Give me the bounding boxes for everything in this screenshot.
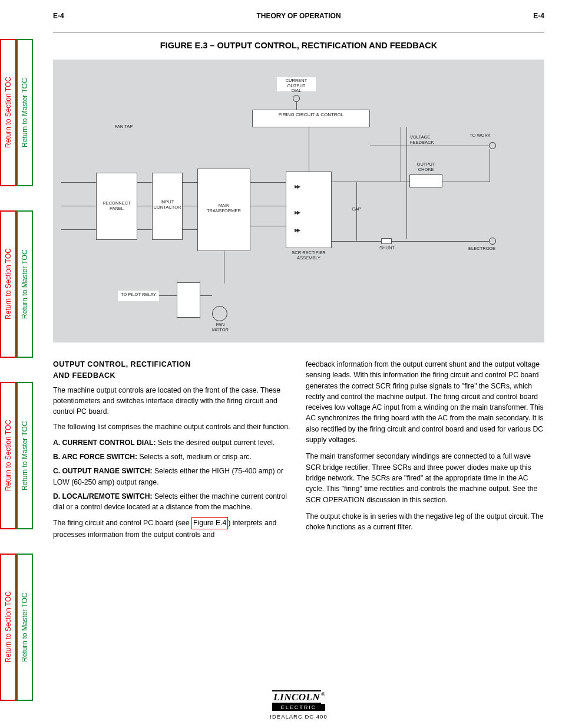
right-p2: The main transformer secondary windings …: [306, 451, 544, 505]
right-column: feedback information from the output cur…: [306, 359, 544, 542]
side-tab-rail: Return to Section TOC Return to Section …: [0, 35, 33, 704]
b2-label: B. ARC FORCE SWITCH:: [53, 453, 137, 461]
page-title: THEORY OF OPERATION: [256, 12, 340, 20]
b2-text: Selects a soft, medium or crisp arc.: [137, 453, 252, 461]
return-section-toc-4[interactable]: Return to Section TOC: [0, 554, 16, 701]
choke-label: OUTPUT CHOKE: [409, 162, 442, 172]
return-master-toc-1[interactable]: Return to Master TOC: [16, 39, 33, 186]
return-master-toc-2[interactable]: Return to Master TOC: [16, 210, 33, 358]
return-master-toc-3[interactable]: Return to Master TOC: [16, 382, 33, 529]
page-num-right: E-4: [533, 12, 544, 20]
logo-bot: ELECTRIC: [272, 704, 325, 711]
right-p3: The output choke is in series with the n…: [306, 511, 544, 533]
electrode-label: ELECTRODE: [464, 246, 500, 252]
b1-text: Sets the desired output current level.: [156, 439, 275, 447]
circuit-diagram: FIRING CIRCUIT & CONTROL CURRENT OUTPUT …: [53, 60, 544, 342]
body-columns: OUTPUT CONTROL, RECTIFICATION AND FEEDBA…: [53, 359, 544, 542]
output-dial-label: CURRENT OUTPUT DIAL: [277, 78, 316, 94]
b4-label: D. LOCAL/REMOTE SWITCH:: [53, 492, 153, 500]
lincoln-logo: LINCOLN® ELECTRIC: [272, 691, 325, 711]
output-choke: [409, 174, 442, 187]
page-body: E-4 THEORY OF OPERATION E-4 FIGURE E.3 –…: [41, 0, 556, 728]
return-master-toc-4[interactable]: Return to Master TOC: [16, 554, 33, 701]
page-num-left: E-4: [53, 12, 64, 20]
fan-tap-label: FAN TAP: [112, 124, 135, 130]
p3-pre: The firing circuit and control PC board …: [53, 519, 191, 527]
fan-label: FAN MOTOR: [208, 322, 233, 332]
logo-top: LINCOLN: [272, 690, 321, 704]
page-footer: LINCOLN® ELECTRIC IDEALARC DC 400: [41, 691, 556, 720]
right-p1: feedback information from the output cur…: [306, 359, 544, 445]
b3-label: C. OUTPUT RANGE SWITCH:: [53, 467, 153, 475]
left-column: OUTPUT CONTROL, RECTIFICATION AND FEEDBA…: [53, 359, 292, 542]
firing-circuit-label: FIRING CIRCUIT & CONTROL: [265, 112, 357, 117]
return-section-toc-1[interactable]: Return to Section TOC: [0, 39, 16, 186]
figure-e4-link[interactable]: Figure E.4: [191, 517, 228, 529]
b1-label: A. CURRENT CONTROL DIAL:: [53, 439, 156, 447]
voltage-feedback-label: VOLTAGE FEEDBACK: [410, 135, 436, 145]
to-work-label: TO WORK: [465, 133, 495, 139]
transformer-label: MAIN TRANSFORMER: [200, 203, 247, 213]
footer-model: IDEALARC DC 400: [41, 713, 556, 720]
left-p2: The following list comprises the machine…: [53, 421, 292, 432]
left-p1: The machine output controls are located …: [53, 385, 292, 417]
scr-label: SCR RECTIFIER ASSEMBLY: [286, 251, 332, 261]
contactor-label: INPUT CONTACTOR: [153, 200, 181, 210]
shunt: [381, 238, 392, 244]
reconnect-label: RECONNECT PANEL: [98, 201, 135, 211]
figure-title: FIGURE E.3 – OUTPUT CONTROL, RECTIFICATI…: [53, 41, 544, 50]
shunt-label: SHUNT: [378, 246, 396, 251]
cap-label: CAP: [348, 207, 365, 212]
fan-relay: [177, 282, 200, 318]
return-section-toc-2[interactable]: Return to Section TOC: [0, 210, 16, 358]
left-head: OUTPUT CONTROL, RECTIFICATION AND FEEDBA…: [53, 359, 292, 381]
pilot-label: TO PILOT RELAY: [118, 292, 159, 298]
return-section-toc-3[interactable]: Return to Section TOC: [0, 382, 16, 529]
